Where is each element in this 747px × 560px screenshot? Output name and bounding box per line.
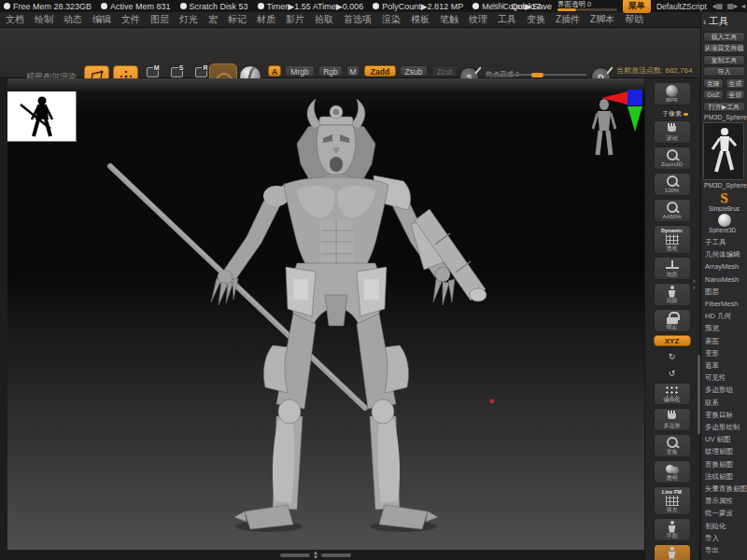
menu-标记[interactable]: 标记 xyxy=(228,13,247,26)
shelf-polyframe-button[interactable]: 多边形 xyxy=(654,408,691,431)
shelf-bpr-button[interactable]: BPR xyxy=(654,82,691,105)
subpalette-显示属性[interactable]: 显示属性 xyxy=(701,495,747,507)
subpalette-初始化[interactable]: 初始化 xyxy=(701,520,747,532)
window-icon[interactable]: ◂ xyxy=(741,2,745,10)
quicksave-button[interactable]: QuickSave xyxy=(511,2,552,11)
shelf-transparency-button[interactable]: 透明 xyxy=(654,460,691,483)
menu-笔触[interactable]: 笔触 xyxy=(440,13,458,26)
shelf-frame-button[interactable]: 编辑框 xyxy=(654,383,691,405)
subpalette-导入[interactable]: 导入 xyxy=(701,532,747,544)
active-tool-thumbnail[interactable] xyxy=(703,122,744,180)
menu-拾取[interactable]: 拾取 xyxy=(315,13,333,26)
tool-button-从项目文件载[interactable]: 从项目文件载 xyxy=(703,43,745,53)
shelf-floor-grid-button[interactable]: 地面 xyxy=(654,257,691,280)
shelf-rotate-ccw-button[interactable]: ↺ xyxy=(654,366,691,380)
tool-button-全部[interactable]: 全部 xyxy=(726,90,746,100)
menu-文件[interactable]: 文件 xyxy=(121,13,140,26)
menu-文档[interactable]: 文档 xyxy=(6,13,24,26)
menu-模板[interactable]: 模板 xyxy=(411,13,430,26)
focal-shift-handle[interactable] xyxy=(531,73,543,77)
quick-tool-simple-brush[interactable]: SSimpleBrus xyxy=(701,191,747,212)
paint-mode-m[interactable]: M xyxy=(346,65,359,77)
paint-mode-mrgb[interactable]: Mrgb xyxy=(285,65,315,77)
tool-button-克隆[interactable]: 克隆 xyxy=(703,78,724,89)
menu-Z插件[interactable]: Z插件 xyxy=(556,13,580,26)
paint-mode-rgb[interactable]: Rgb xyxy=(318,65,343,77)
subpalette-遮罩[interactable]: 遮罩 xyxy=(701,359,747,371)
menu-首选项[interactable]: 首选项 xyxy=(344,13,372,26)
tray-divider-handle[interactable]: ▲▼ xyxy=(280,553,351,557)
subpalette-多边形绘制[interactable]: 多边形绘制 xyxy=(701,421,747,433)
open-tool-button[interactable]: 打开▶工具 xyxy=(703,102,745,112)
zscript-label[interactable]: DefaultZScript xyxy=(656,2,707,11)
menu-影片[interactable]: 影片 xyxy=(286,13,304,26)
subpalette-UV 贴图[interactable]: UV 贴图 xyxy=(701,433,747,445)
subpalette-置换贴图[interactable]: 置换贴图 xyxy=(701,458,747,470)
subpalette-变形[interactable]: 变形 xyxy=(701,347,747,359)
shelf-scrollbar[interactable] xyxy=(698,355,700,434)
document-canvas[interactable] xyxy=(7,78,644,550)
quick-tool-sphere3d[interactable]: Sphere3D_ xyxy=(701,214,747,233)
menu-渲染[interactable]: 渲染 xyxy=(382,13,401,26)
menu-宏[interactable]: 宏 xyxy=(208,13,218,26)
window-icon[interactable]: ◂▦ xyxy=(712,2,724,10)
tool-button-载入工具[interactable]: 载入工具 xyxy=(703,32,745,42)
shelf-actual-size-button[interactable]: 100% xyxy=(654,173,691,196)
window-icon[interactable]: ▦▸ xyxy=(726,2,738,10)
subpalette-子工具[interactable]: 子工具 xyxy=(701,236,747,248)
ui-opacity-handle[interactable] xyxy=(557,8,576,11)
tool-button-复制工具[interactable]: 复制工具 xyxy=(703,55,745,65)
shelf-zoom-doc-button[interactable]: 变焦 xyxy=(654,434,691,457)
subpalette-图层[interactable]: 图层 xyxy=(701,286,747,298)
subpalette-多边形组[interactable]: 多边形组 xyxy=(701,384,747,396)
paint-mode-a[interactable]: A xyxy=(268,65,281,77)
menu-灯光[interactable]: 灯光 xyxy=(179,13,198,26)
shelf-local-transform-button[interactable]: 局部 xyxy=(654,283,691,306)
menu-动态[interactable]: 动态 xyxy=(63,13,82,26)
tool-button-生成[interactable]: 生成 xyxy=(726,78,746,89)
panel-collapse-arrows[interactable]: ‹‹ xyxy=(693,278,696,291)
subpalette-纹理贴图[interactable]: 纹理贴图 xyxy=(701,445,747,457)
sculpt-mode-zcut[interactable]: Zcut xyxy=(431,65,458,77)
subpalette-法线贴图[interactable]: 法线贴图 xyxy=(701,470,747,483)
shelf-subpixel-button[interactable]: 子像素 xyxy=(654,108,691,118)
menu-绘制[interactable]: 绘制 xyxy=(35,13,53,26)
menu-变换[interactable]: 变换 xyxy=(527,13,545,26)
left-tray-divider[interactable] xyxy=(0,78,7,560)
menu-图层[interactable]: 图层 xyxy=(150,13,169,26)
subpalette-联系[interactable]: 联系 xyxy=(701,397,747,409)
shelf-aa-half-button[interactable]: AA50% xyxy=(654,199,691,222)
subpalette-NanoMesh[interactable]: NanoMesh xyxy=(701,273,747,286)
tool-button-GoZ[interactable]: GoZ xyxy=(703,90,724,100)
subpalette-预览[interactable]: 预览 xyxy=(701,322,747,334)
menu-纹理[interactable]: 纹理 xyxy=(469,13,487,26)
menu-编辑[interactable]: 编辑 xyxy=(92,13,111,26)
shelf-solo-button[interactable]: 独显 xyxy=(654,544,691,560)
subpalette-HD 几何[interactable]: HD 几何 xyxy=(701,310,747,322)
axis-orientation-widget[interactable] xyxy=(601,90,644,133)
subpalette-导出[interactable]: 导出 xyxy=(701,544,747,556)
subpalette-矢量置换贴图[interactable]: 矢量置换贴图 xyxy=(701,483,747,495)
subpalette-统一蒙皮[interactable]: 统一蒙皮 xyxy=(701,507,747,519)
sculpt-mode-zsub[interactable]: Zsub xyxy=(400,65,428,77)
subpalette-可见性[interactable]: 可见性 xyxy=(701,371,747,384)
shelf-perspective-button[interactable]: Dynamic透视 xyxy=(654,225,691,254)
shelf-lock-camera-button[interactable]: 锁定 xyxy=(654,309,691,332)
menu-Z脚本[interactable]: Z脚本 xyxy=(590,13,614,26)
ui-opacity-slider[interactable]: 界面透明 0 xyxy=(557,0,617,12)
menu-帮助[interactable]: 帮助 xyxy=(625,13,643,26)
menu-材质[interactable]: 材质 xyxy=(257,13,275,26)
tool-palette-header[interactable]: ‹ 工具 xyxy=(701,12,747,30)
shelf-scroll-button[interactable]: 滚动 xyxy=(654,120,691,144)
subpalette-变换目标[interactable]: 变换目标 xyxy=(701,409,747,421)
subpalette-几何体编辑[interactable]: 几何体编辑 xyxy=(701,248,747,260)
shelf-xyz-axis-button[interactable]: XYZ xyxy=(654,335,691,346)
shelf-line-fill-button[interactable]: Line FM填充 xyxy=(654,486,691,515)
subpalette-表面[interactable]: 表面 xyxy=(701,335,747,347)
shelf-zoom3d-button[interactable]: Zoom3D xyxy=(654,147,691,170)
subpalette-ArrayMesh[interactable]: ArrayMesh xyxy=(701,260,747,273)
tool-button-导入[interactable]: 导入 xyxy=(703,66,745,77)
menu-button[interactable]: 菜单 xyxy=(623,0,651,13)
window-control-icons[interactable]: ◂▦▦▸◂ xyxy=(712,2,745,10)
sculpt-mode-zadd[interactable]: Zadd xyxy=(364,65,396,77)
